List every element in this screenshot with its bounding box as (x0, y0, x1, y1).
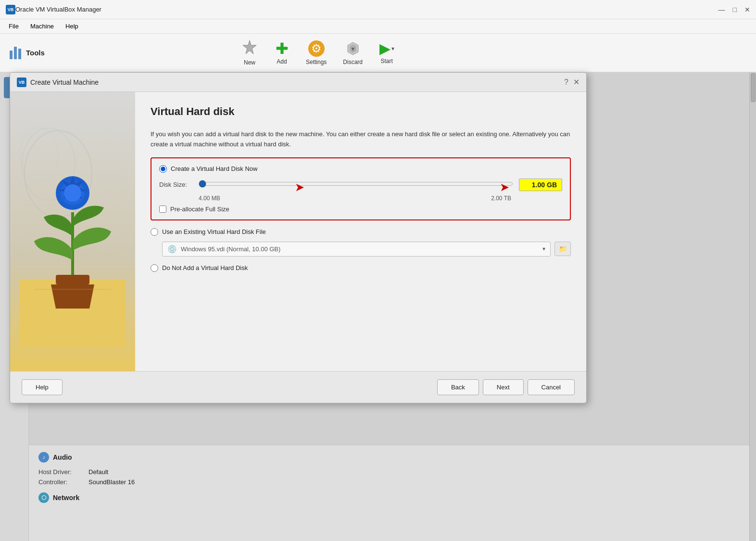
close-button[interactable]: ✕ (744, 6, 750, 13)
create-now-radio[interactable] (159, 165, 167, 173)
hdd-options-box: Create a Virtual Hard Disk Now Disk Size… (151, 157, 571, 220)
create-vm-dialog: VB Create Virtual Machine ? ✕ (10, 72, 587, 403)
disk-size-slider[interactable] (199, 180, 513, 188)
dropdown-arrow-icon: ▾ (542, 245, 545, 252)
add-label: Add (277, 58, 287, 65)
disk-size-label: Disk Size: (159, 181, 193, 188)
tools-bar-2 (14, 47, 17, 59)
arrow-left-indicator: ➤ (295, 180, 304, 194)
dialog-logo: VB (17, 77, 26, 87)
tools-icon (10, 47, 21, 59)
discard-icon: ▼ (345, 40, 361, 57)
menu-help[interactable]: Help (61, 21, 83, 32)
menu-machine[interactable]: Machine (25, 21, 59, 32)
browse-icon: 📁 (559, 245, 567, 253)
use-existing-label[interactable]: Use an Existing Virtual Hard Disk File (162, 228, 266, 235)
cancel-button[interactable]: Cancel (528, 379, 575, 395)
start-button[interactable]: ▶ ▾ Start (372, 39, 401, 67)
toolbar: Tools New ✚ Add ⚙ Settings (0, 34, 756, 72)
tools-bar-3 (18, 49, 21, 59)
dialog-description: If you wish you can add a virtual hard d… (151, 129, 571, 150)
svg-point-12 (64, 184, 81, 202)
preallocate-label[interactable]: Pre-allocate Full Size (170, 206, 229, 213)
title-bar: VB Oracle VM VirtualBox Manager — □ ✕ (0, 0, 756, 19)
preallocate-row: Pre-allocate Full Size (159, 206, 562, 213)
existing-disk-row: 💿 Windows 95.vdi (Normal, 10.00 GB) ▾ 📁 (162, 242, 571, 257)
minimize-button[interactable]: — (718, 6, 725, 13)
app-title: Oracle VM VirtualBox Manager (15, 6, 101, 13)
use-existing-row: Use an Existing Virtual Hard Disk File (151, 228, 571, 236)
create-now-label[interactable]: Create a Virtual Hard Disk Now (171, 165, 257, 172)
add-icon: ✚ (276, 41, 289, 56)
preallocate-checkbox[interactable] (159, 206, 166, 213)
settings-button[interactable]: ⚙ Settings (299, 38, 333, 68)
new-icon (241, 39, 258, 56)
toolbar-tools-area: Tools (10, 47, 231, 59)
disk-dropdown-text: Windows 95.vdi (Normal, 10.00 GB) (181, 245, 539, 253)
discard-button[interactable]: ▼ Discard (336, 38, 369, 68)
svg-point-6 (20, 128, 58, 181)
arrow-right-indicator: ➤ (500, 180, 509, 194)
disk-dropdown[interactable]: 💿 Windows 95.vdi (Normal, 10.00 GB) ▾ (162, 242, 551, 257)
new-button[interactable]: New (235, 37, 265, 69)
section-title: Virtual Hard disk (151, 105, 571, 118)
next-button[interactable]: Next (483, 379, 524, 395)
dialog-help-button[interactable]: ? (564, 78, 568, 87)
menu-bar: File Machine Help (0, 19, 756, 34)
menu-file[interactable]: File (4, 21, 24, 32)
dialog-overlay: VB Create Virtual Machine ? ✕ (0, 72, 756, 541)
max-size-label: 2.00 TB (491, 195, 511, 202)
toolbar-buttons: New ✚ Add ⚙ Settings ▼ Discard (235, 37, 401, 69)
dialog-close-button[interactable]: ✕ (573, 77, 580, 87)
maximize-button[interactable]: □ (733, 6, 737, 13)
svg-text:▼: ▼ (350, 46, 356, 52)
svg-rect-8 (56, 275, 89, 284)
plant-illustration (20, 116, 126, 347)
no-disk-label[interactable]: Do Not Add a Virtual Hard Disk (162, 264, 248, 271)
dialog-titlebar-controls: ? ✕ (564, 77, 580, 87)
no-disk-radio[interactable] (151, 264, 158, 272)
tools-label: Tools (26, 49, 45, 57)
dialog-title: Create Virtual Machine (30, 78, 560, 86)
svg-marker-0 (243, 40, 256, 54)
footer-right-buttons: Back Next Cancel (437, 379, 575, 395)
dialog-content: Virtual Hard disk If you wish you can ad… (135, 92, 586, 371)
no-disk-row: Do Not Add a Virtual Hard Disk (151, 264, 571, 272)
settings-label: Settings (306, 59, 327, 65)
disk-dropdown-icon: 💿 (167, 245, 177, 254)
dialog-illustration (10, 92, 135, 371)
new-label: New (244, 59, 255, 66)
tools-bar-1 (10, 51, 13, 59)
start-label: Start (380, 58, 392, 64)
discard-label: Discard (343, 59, 363, 65)
add-button[interactable]: ✚ Add (267, 38, 296, 68)
max-label-group: 2.00 TB (491, 195, 511, 202)
use-existing-section: Use an Existing Virtual Hard Disk File 💿… (151, 228, 571, 257)
back-button[interactable]: Back (437, 379, 479, 395)
window-controls: — □ ✕ (718, 6, 750, 13)
disk-size-input[interactable]: 1.00 GB (519, 179, 562, 191)
min-label-group: 4.00 MB (199, 195, 220, 202)
slider-labels-row: 4.00 MB 2.00 TB ➤ ➤ (159, 195, 562, 202)
dialog-footer: Help Back Next Cancel (10, 371, 586, 403)
dialog-titlebar: VB Create Virtual Machine ? ✕ (10, 73, 586, 92)
min-size-label: 4.00 MB (199, 195, 220, 202)
main-area: VM ♪ Audio Host Driver: Default Controll… (0, 72, 756, 541)
app-logo: VB (6, 5, 15, 14)
use-existing-radio[interactable] (151, 228, 158, 236)
create-now-row: Create a Virtual Hard Disk Now (159, 165, 562, 173)
start-icon: ▶ ▾ (379, 41, 394, 56)
help-button[interactable]: Help (22, 379, 63, 395)
dialog-body: Virtual Hard disk If you wish you can ad… (10, 92, 586, 371)
disk-size-slider-container (199, 180, 513, 189)
disk-browse-button[interactable]: 📁 (554, 242, 571, 256)
settings-icon: ⚙ (308, 40, 325, 57)
